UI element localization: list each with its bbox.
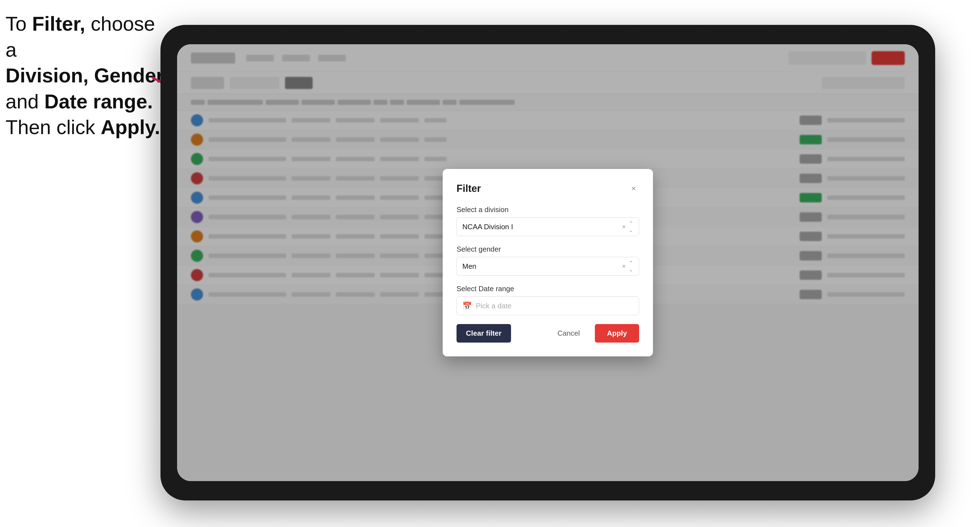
modal-footer-right: Cancel Apply — [548, 324, 639, 343]
modal-overlay: Filter × Select a division NCAA Division… — [177, 44, 919, 481]
instruction-line4: Then click Apply. — [6, 116, 160, 138]
modal-close-button[interactable]: × — [628, 183, 639, 194]
apply-button[interactable]: Apply — [595, 324, 639, 343]
instruction-bold-division-gender: Division, Gender — [6, 64, 164, 87]
division-clear-icon[interactable]: × — [622, 223, 626, 230]
gender-form-group: Select gender Men × ⌃⌄ — [457, 245, 639, 276]
modal-title: Filter — [457, 183, 481, 194]
instruction-text: To Filter, choose a Division, Gender and… — [6, 11, 166, 140]
division-label: Select a division — [457, 205, 639, 214]
date-label: Select Date range — [457, 284, 639, 293]
date-placeholder: Pick a date — [476, 302, 512, 310]
division-form-group: Select a division NCAA Division I × ⌃⌄ — [457, 205, 639, 236]
select-controls: × ⌃⌄ — [622, 220, 633, 233]
division-select[interactable]: NCAA Division I × ⌃⌄ — [457, 217, 639, 236]
gender-select[interactable]: Men × ⌃⌄ — [457, 257, 639, 276]
date-form-group: Select Date range 📅 Pick a date — [457, 284, 639, 315]
gender-label: Select gender — [457, 245, 639, 254]
modal-footer: Clear filter Cancel Apply — [457, 324, 639, 343]
tablet-frame: Filter × Select a division NCAA Division… — [161, 25, 935, 500]
division-arrow-icon: ⌃⌄ — [628, 220, 633, 233]
gender-value: Men — [462, 262, 622, 271]
calendar-icon: 📅 — [462, 302, 472, 311]
division-value: NCAA Division I — [462, 222, 622, 231]
cancel-button[interactable]: Cancel — [548, 324, 589, 343]
clear-filter-button[interactable]: Clear filter — [457, 324, 511, 343]
instruction-line3: and Date range. — [6, 90, 153, 113]
tablet-screen: Filter × Select a division NCAA Division… — [177, 44, 919, 481]
gender-select-controls: × ⌃⌄ — [622, 260, 633, 273]
gender-arrow-icon: ⌃⌄ — [628, 260, 633, 273]
modal-header: Filter × — [457, 183, 639, 194]
gender-clear-icon[interactable]: × — [622, 262, 626, 270]
instruction-line1: To Filter, choose a — [6, 13, 155, 61]
date-input[interactable]: 📅 Pick a date — [457, 297, 639, 315]
filter-modal: Filter × Select a division NCAA Division… — [443, 169, 653, 356]
